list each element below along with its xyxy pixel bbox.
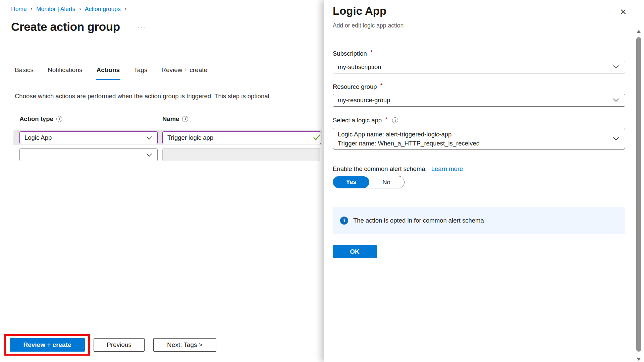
- column-header-name: Name i: [162, 115, 188, 123]
- panel-title: Logic App: [333, 5, 386, 17]
- breadcrumb-monitor-alerts[interactable]: Monitor | Alerts: [36, 6, 75, 13]
- tab-tags[interactable]: Tags: [134, 66, 147, 80]
- action-type-info-icon[interactable]: i: [56, 116, 62, 122]
- chevron-down-icon: [146, 151, 152, 159]
- tab-basics[interactable]: Basics: [15, 66, 34, 80]
- info-banner: i The action is opted in for common aler…: [333, 207, 625, 234]
- breadcrumb-separator-icon: ›: [124, 5, 126, 12]
- logic-app-select[interactable]: Logic App name: alert-triggered-logic-ap…: [333, 128, 625, 150]
- schema-toggle-yes[interactable]: Yes: [333, 176, 369, 188]
- subscription-select[interactable]: my-subscription: [333, 61, 625, 73]
- tab-bar: Basics Notifications Actions Tags Review…: [15, 66, 207, 80]
- breadcrumb-action-groups[interactable]: Action groups: [85, 6, 121, 13]
- chevron-down-icon: [613, 97, 619, 104]
- panel-subtitle: Add or edit logic app action: [333, 22, 404, 29]
- close-icon[interactable]: ✕: [617, 6, 629, 18]
- scrollbar-down-arrow-icon[interactable]: [636, 358, 641, 361]
- ok-button[interactable]: OK: [333, 245, 377, 258]
- logic-app-info-icon[interactable]: i: [392, 117, 398, 123]
- table-bottom-divider: [13, 163, 321, 163]
- required-asterisk: *: [385, 116, 387, 123]
- common-alert-schema-row: Enable the common alert schema.Learn mor…: [333, 165, 463, 173]
- action-type-select-row1[interactable]: Logic App: [19, 131, 158, 144]
- resource-group-label: Resource group*: [333, 83, 383, 90]
- logic-app-label: Select a logic app* i: [333, 117, 398, 124]
- required-asterisk: *: [370, 49, 373, 56]
- azure-portal-page: Home › Monitor | Alerts › Action groups …: [0, 0, 644, 362]
- breadcrumb-separator-icon: ›: [79, 5, 81, 12]
- subscription-label: Subscription*: [333, 50, 373, 57]
- chevron-down-icon: [613, 134, 619, 143]
- chevron-down-icon: [146, 134, 152, 141]
- breadcrumb-home[interactable]: Home: [11, 6, 27, 13]
- title-ellipsis-menu-icon[interactable]: ···: [138, 23, 146, 31]
- action-name-input-row2-disabled: [162, 148, 320, 161]
- review-create-button[interactable]: Review + create: [10, 338, 85, 352]
- info-banner-text: The action is opted in for common alert …: [353, 217, 484, 224]
- schema-toggle: Yes No: [333, 176, 405, 188]
- required-asterisk: *: [380, 82, 383, 89]
- breadcrumb-separator-icon: ›: [31, 5, 33, 12]
- scrollbar-thumb[interactable]: [636, 37, 641, 352]
- scrollbar-up-arrow-icon[interactable]: [636, 30, 641, 33]
- resource-group-select[interactable]: my-resource-group: [333, 94, 625, 107]
- column-header-action-type: Action type i: [19, 115, 62, 123]
- name-info-icon[interactable]: i: [182, 116, 188, 122]
- breadcrumb: Home › Monitor | Alerts › Action groups …: [11, 5, 126, 13]
- info-filled-icon: i: [340, 217, 348, 225]
- actions-description: Choose which actions are performed when …: [15, 93, 271, 100]
- valid-check-icon: [313, 134, 321, 142]
- learn-more-link[interactable]: Learn more: [431, 165, 463, 172]
- tab-review-create[interactable]: Review + create: [161, 66, 207, 80]
- logic-app-panel: Logic App Add or edit logic app action ✕…: [324, 0, 644, 362]
- panel-scrollbar: [636, 30, 641, 361]
- tab-notifications[interactable]: Notifications: [48, 66, 83, 80]
- next-tags-button[interactable]: Next: Tags >: [153, 338, 216, 352]
- action-type-select-row2[interactable]: [19, 148, 158, 161]
- page-title: Create action group: [11, 20, 120, 34]
- action-name-input-row1[interactable]: [162, 131, 321, 144]
- chevron-down-icon: [613, 63, 619, 71]
- tab-actions[interactable]: Actions: [96, 66, 120, 80]
- schema-toggle-no[interactable]: No: [369, 176, 404, 188]
- previous-button[interactable]: Previous: [94, 338, 145, 352]
